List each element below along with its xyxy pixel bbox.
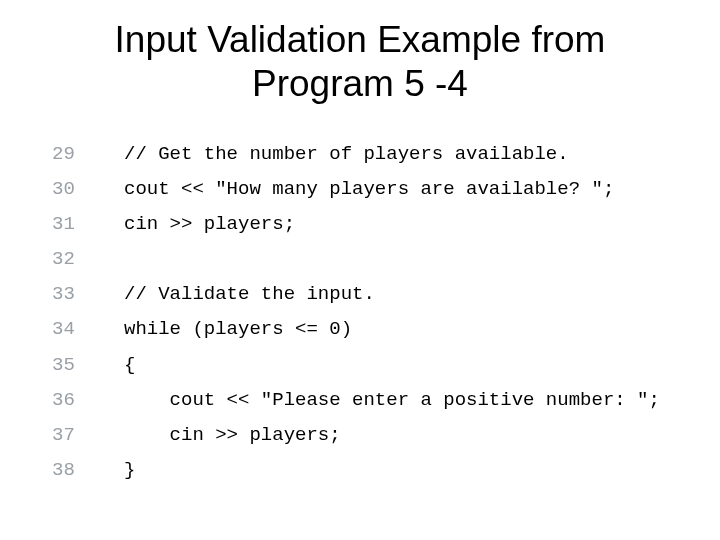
code-row: 34 while (players <= 0) [52, 312, 690, 347]
line-number: 33 [52, 277, 94, 312]
code-text: while (players <= 0) [94, 312, 352, 347]
code-text: { [94, 348, 135, 383]
line-number: 31 [52, 207, 94, 242]
code-text: cout << "Please enter a positive number:… [94, 383, 660, 418]
code-row: 31 cin >> players; [52, 207, 690, 242]
line-number: 30 [52, 172, 94, 207]
code-block: 29 // Get the number of players availabl… [52, 137, 690, 488]
line-number: 34 [52, 312, 94, 347]
code-row: 32 [52, 242, 690, 277]
code-text: // Validate the input. [94, 277, 375, 312]
line-number: 36 [52, 383, 94, 418]
code-row: 37 cin >> players; [52, 418, 690, 453]
code-row: 36 cout << "Please enter a positive numb… [52, 383, 690, 418]
slide-title: Input Validation Example from Program 5 … [30, 18, 690, 107]
code-row: 30 cout << "How many players are availab… [52, 172, 690, 207]
code-text: } [94, 453, 135, 488]
code-text: cin >> players; [94, 418, 341, 453]
code-row: 38 } [52, 453, 690, 488]
code-text: cin >> players; [94, 207, 295, 242]
title-line-2: Program 5 -4 [252, 63, 468, 104]
line-number: 38 [52, 453, 94, 488]
code-row: 33 // Validate the input. [52, 277, 690, 312]
line-number: 29 [52, 137, 94, 172]
code-text: cout << "How many players are available?… [94, 172, 614, 207]
line-number: 32 [52, 242, 94, 277]
code-row: 35 { [52, 348, 690, 383]
slide: Input Validation Example from Program 5 … [0, 0, 720, 540]
title-line-1: Input Validation Example from [115, 19, 606, 60]
code-row: 29 // Get the number of players availabl… [52, 137, 690, 172]
line-number: 35 [52, 348, 94, 383]
code-text: // Get the number of players available. [94, 137, 569, 172]
line-number: 37 [52, 418, 94, 453]
